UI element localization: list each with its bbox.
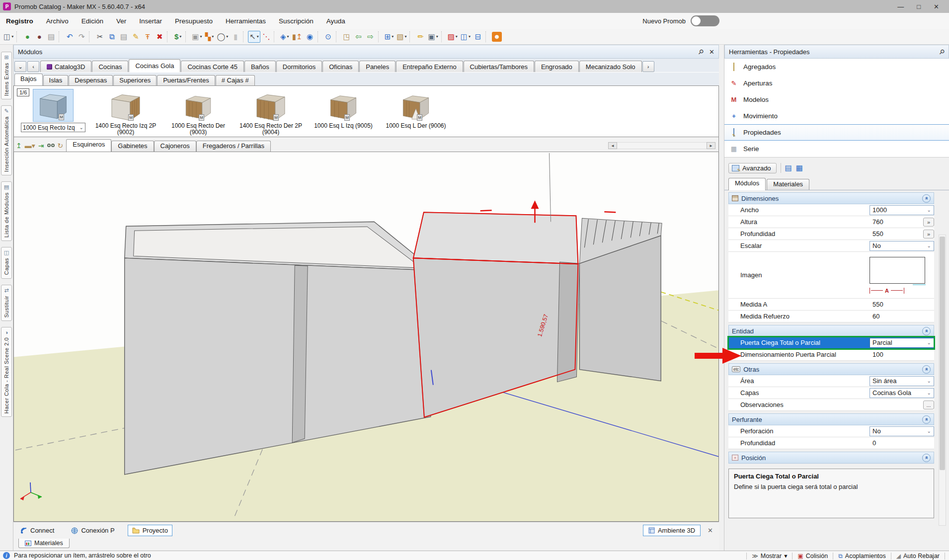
altura-field[interactable]: 760 [870,218,921,226]
tab-engrosado[interactable]: Engrosado [535,61,579,72]
table-view-icon[interactable]: ▦ [796,163,803,172]
tab-connect[interactable]: Connect [16,525,58,536]
medida-a-field[interactable]: 550 [870,301,934,308]
undo-icon[interactable]: ↶ [64,31,76,43]
rail-tab-capas[interactable]: ◫Capas [1,247,12,278]
module-item-5[interactable]: M 1000 Esq L Der (9006) [380,88,452,137]
ancho-combo[interactable]: 1000⌄ [870,205,934,215]
area-combo[interactable]: Sin área⌄ [870,376,934,386]
panel-splitter[interactable] [719,45,724,551]
maximize-button[interactable]: □ [917,3,921,10]
perforacion-combo[interactable]: No⌄ [870,426,934,436]
layers-icon[interactable]: ◈▾ [279,31,291,43]
capas-combo[interactable]: Cocinas Gola⌄ [870,388,934,398]
tool-propiedades[interactable]: Propiedades [724,124,949,141]
collapse-dimensiones-icon[interactable]: » [922,194,931,203]
door-pin-icon[interactable]: ▮↥ [291,31,304,43]
section-perfurante[interactable]: Perfurante » [728,413,934,425]
box-export-icon[interactable]: ◳ [341,31,353,43]
pin-icon-right[interactable]: ⚲ [938,47,947,56]
prop-tab-materiales[interactable]: Materiales [767,179,809,190]
altura-more-button[interactable]: » [923,218,934,227]
puerta-ciega-combo[interactable]: Parcial⌄ [870,338,934,348]
auto-rebajar-toggle[interactable]: ◢Auto Rebajar [896,553,940,560]
collapse-otras-icon[interactable]: » [922,365,931,374]
search-binoculars-icon[interactable] [47,144,55,148]
print-icon[interactable]: ▤ [45,31,57,43]
wall-icon[interactable]: ▮ [230,31,241,43]
subtab-despensas[interactable]: Despensas [69,75,113,85]
section-posicion[interactable]: + Posición » [728,452,934,464]
view-3d-box-icon[interactable]: ▧▾ [395,31,408,43]
panels-layout-icon[interactable]: ◫▾ [459,31,472,43]
menu-suscripcion[interactable]: Suscripción [279,17,314,25]
avanzado-button[interactable]: Avanzado [728,163,777,173]
rail-tab-hacer-cola[interactable]: ◑Hacer Cola - Real Scene 2.0 [1,327,12,417]
menu-herramientas[interactable]: Herramientas [226,17,266,25]
menu-registro[interactable]: Registro [6,17,33,25]
tool-aperturas[interactable]: ✎Aperturas [724,75,949,91]
grid-scrollbar[interactable] [939,235,946,526]
panel-list-icon[interactable]: ⊟ [472,31,484,43]
lock-refresh-icon[interactable]: ↻ [58,142,64,150]
nav-forward-icon[interactable]: ⇨ [365,31,377,43]
module-item-4[interactable]: M 1000 Esq L Izq (9005) [307,88,380,137]
tab-cubiertas-tambores[interactable]: Cubiertas/Tambores [464,61,534,72]
tab-scroll-left[interactable]: ‹ [27,61,39,72]
minimize-button[interactable]: — [897,3,904,10]
prop-tab-modulos[interactable]: Módulos [728,178,766,190]
menu-archivo[interactable]: Archivo [46,17,69,25]
visibility-eye-icon[interactable]: ⊙ [322,31,334,43]
mostrar-dropdown[interactable]: ≫Mostrar▾ [752,552,787,560]
tab-cocinas[interactable]: Cocinas [92,61,128,72]
grid-scrollbar-thumb[interactable] [940,237,945,470]
module-item-1[interactable]: M 1400 Esq Recto Izq 2P(9002) [89,88,162,137]
insert-module-icon[interactable]: ⇥ [38,142,44,150]
filter-fregaderos-parrillas[interactable]: Fregaderos / Parrillas [196,141,271,152]
tab-cocinas-gola[interactable]: Cocinas Gola [129,59,180,72]
tab-scroll-right[interactable]: › [642,61,654,72]
ambiente-3d-button[interactable]: Ambiente 3D [643,525,701,536]
rail-tab-lista-de-modulos[interactable]: ▤Lista de Módulos [1,181,12,241]
filter-cajoneros[interactable]: Cajoneros [154,141,196,152]
tool-agregados[interactable]: Agregados [724,59,949,75]
tab-cocinas-corte-45[interactable]: Cocinas Corte 45 [181,61,243,72]
tab-entrepano-externo[interactable]: Entrepaño Externo [396,61,463,72]
pin-icon[interactable]: ⚲ [697,47,705,56]
tab-conexion-p[interactable]: Conexión P [67,525,118,536]
subtab-islas[interactable]: Islas [43,75,69,85]
observaciones-more-button[interactable]: ... [923,400,934,409]
tab-mecanizado-solo[interactable]: Mecanizado Solo [579,61,642,72]
reload-catalog-icon[interactable]: ↥ [16,142,22,150]
profundidad-more-button[interactable]: » [923,230,934,239]
close-ambiente-icon[interactable]: ✕ [708,527,713,534]
viewport-window-icon[interactable]: ⊞▾ [383,31,395,43]
profundidad-field[interactable]: 550 [870,230,921,238]
list-view-icon[interactable]: ▤ [785,163,792,172]
tool-movimiento[interactable]: +Movimiento [724,108,949,124]
module-item-2[interactable]: M 1000 Esq Recto Der(9003) [162,88,235,137]
redo-icon[interactable]: ↷ [76,31,87,43]
collapse-entidad-icon[interactable]: » [922,327,931,335]
render-icon[interactable]: ▨▾ [446,31,459,43]
section-otras[interactable]: etc Otras » [728,363,934,375]
module-item-3[interactable]: M 1400 Esq Recto Der 2P(9004) [235,88,307,137]
cut-icon[interactable]: ✂ [94,31,106,43]
thumbnail-scrollbar[interactable]: ◄ ► [608,142,717,152]
acoplamientos-toggle[interactable]: ⧉Acoplamientos [838,553,886,560]
tab-oficinas[interactable]: Oficinas [322,61,359,72]
escalar-combo[interactable]: No⌄ [870,241,934,251]
edit-tool-icon[interactable]: ✎ [130,31,142,43]
rail-tab-items-extras[interactable]: ⊞Items Extras [1,52,12,99]
subtab-cajas[interactable]: # Cajas # [216,75,255,85]
select-window-icon[interactable]: ▣▾ [190,31,203,43]
module-variant-combo[interactable]: 1000 Esq Recto Izq⌄ [21,123,85,132]
subtab-bajos[interactable]: Bajos [14,74,43,85]
tab-list-dropdown[interactable]: ⌄ [14,61,26,72]
menu-ver[interactable]: Ver [116,17,126,25]
filter-esquineros[interactable]: Esquineros [66,139,111,152]
key-pen-icon[interactable]: ✏ [414,31,426,43]
freeform-icon[interactable]: ◯▾ [215,31,230,43]
scroll-right-icon[interactable]: ► [707,142,715,149]
section-dimensiones[interactable]: Dimensiones » [728,192,934,204]
